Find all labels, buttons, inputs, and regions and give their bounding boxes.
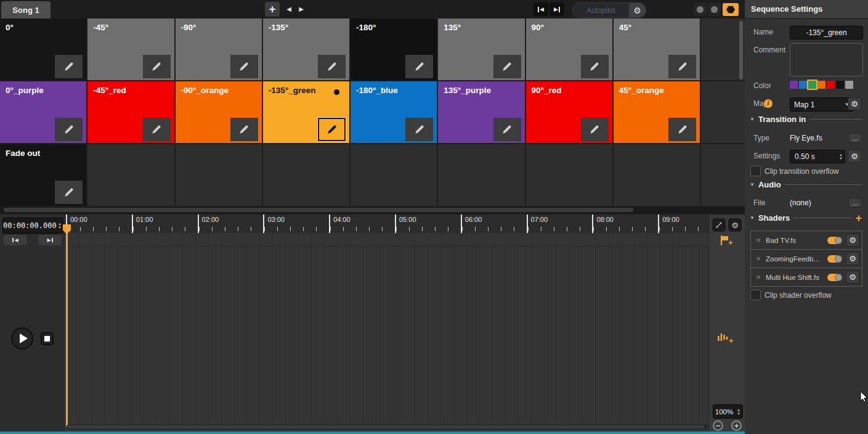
color-swatch[interactable]	[790, 81, 798, 89]
view-toggle-3-button-active[interactable]	[723, 3, 739, 16]
map-dropdown[interactable]: Map 1 ▼	[790, 97, 854, 112]
sequence-cell[interactable]: 0°_purple	[0, 81, 86, 143]
empty-cell[interactable]	[176, 144, 262, 206]
timeline-track-area[interactable]	[65, 233, 708, 425]
transition-duration-spinbox[interactable]: 0.50 s ▲▼	[790, 150, 845, 163]
view-toggle-1-button[interactable]	[694, 3, 707, 16]
color-swatch[interactable]	[845, 81, 853, 89]
view-toggle-2-button[interactable]	[708, 3, 721, 16]
sequence-cell[interactable]: -90°	[176, 18, 262, 80]
empty-cell[interactable]	[614, 144, 700, 206]
timeline-ruler[interactable]: 00:00 01:00 02:00 03:00 04:00 05:00 06:0…	[65, 215, 708, 234]
stop-button[interactable]	[41, 332, 54, 345]
empty-cell[interactable]	[526, 144, 612, 206]
sequence-cell[interactable]: -90°_orange	[176, 81, 262, 143]
remove-shader-icon[interactable]: ×	[751, 235, 766, 245]
map-gear-button[interactable]: ⚙	[848, 97, 861, 110]
sequence-cell[interactable]: 135°	[438, 18, 524, 80]
collapse-triangle-icon[interactable]: ▼	[750, 182, 755, 187]
edit-pencil-button[interactable]	[668, 55, 696, 78]
sequence-cell[interactable]: 135°_purple	[438, 81, 524, 143]
edit-pencil-button[interactable]	[143, 118, 171, 141]
go-to-end-button[interactable]: ▶	[38, 235, 62, 245]
add-sequence-button[interactable]: +	[265, 2, 280, 17]
sequence-cell[interactable]: -180°_blue	[351, 81, 437, 143]
empty-cell[interactable]	[263, 144, 349, 206]
edit-pencil-button[interactable]	[405, 118, 433, 141]
sequence-cell[interactable]: Fade out	[0, 144, 86, 206]
timeline-horizontal-scrollbar[interactable]	[67, 425, 707, 429]
empty-cell[interactable]	[351, 144, 437, 206]
empty-cell[interactable]	[701, 81, 745, 143]
edit-pencil-button[interactable]	[230, 118, 258, 141]
sequence-cell[interactable]: -45°	[87, 18, 174, 80]
autopilot-gear-icon[interactable]: ⚙	[629, 3, 646, 17]
skip-to-start-button[interactable]: ◀	[533, 2, 548, 16]
shader-gear-button[interactable]: ⚙	[846, 234, 859, 247]
empty-cell[interactable]	[701, 144, 745, 206]
scrollbar-thumb[interactable]	[4, 208, 633, 212]
edit-pencil-button[interactable]	[318, 55, 346, 78]
sequence-cell[interactable]: -45°_red	[87, 81, 174, 143]
sequence-cell[interactable]: 90°_red	[526, 81, 612, 143]
go-to-start-button[interactable]: ◀	[4, 235, 27, 245]
empty-cell[interactable]	[438, 144, 524, 206]
remove-shader-icon[interactable]: ×	[751, 254, 766, 263]
color-swatch-selected[interactable]	[808, 81, 816, 89]
shader-gear-button[interactable]: ⚙	[846, 271, 859, 284]
edit-pencil-button[interactable]	[55, 181, 83, 204]
spin-down-icon[interactable]: ▼	[57, 226, 63, 229]
shader-toggle[interactable]	[827, 274, 842, 281]
empty-cell[interactable]	[701, 18, 745, 80]
collapse-triangle-icon[interactable]: ▼	[750, 215, 755, 221]
spin-down-icon[interactable]: ▼	[735, 412, 742, 416]
sequence-cell-active[interactable]: -135°_green	[263, 81, 349, 143]
add-shader-button[interactable]: +	[855, 214, 862, 223]
scrollbar-thumb[interactable]	[67, 425, 705, 428]
sequence-cell[interactable]: -180°	[351, 18, 437, 80]
empty-cell[interactable]	[87, 144, 174, 206]
play-button[interactable]	[11, 327, 33, 350]
zoom-spinner[interactable]: ▲▼	[735, 408, 742, 416]
edit-pencil-button[interactable]	[581, 55, 609, 78]
transition-gear-button[interactable]: ⚙	[848, 150, 861, 163]
sequence-cell[interactable]: 45°	[614, 18, 700, 80]
sequence-cell[interactable]: 45°_orange	[614, 81, 700, 143]
edit-pencil-button[interactable]	[493, 118, 521, 141]
add-cue-flag-icon[interactable]: +	[720, 235, 733, 246]
map-info-icon[interactable]: i	[764, 99, 773, 108]
remove-shader-icon[interactable]: ×	[751, 272, 766, 282]
skip-to-end-button[interactable]: ▶	[550, 2, 564, 16]
clip-transition-overflow-checkbox[interactable]	[750, 166, 761, 176]
transition-section-header[interactable]: ▼ Transition in	[745, 115, 868, 124]
sequence-cell[interactable]: 0°	[0, 18, 86, 80]
timeline-zoom-spinbox[interactable]: 100% ▲▼	[713, 404, 743, 419]
browse-audio-button[interactable]: ...	[848, 198, 862, 208]
sequence-cell[interactable]: -135°	[263, 18, 349, 80]
edit-pencil-button[interactable]	[143, 55, 171, 78]
edit-pencil-button[interactable]	[581, 118, 609, 141]
sequence-cell[interactable]: 90°	[526, 18, 612, 80]
time-display[interactable]: 00:00:00.000 ▲▼	[2, 218, 63, 234]
shader-toggle[interactable]	[827, 237, 842, 244]
time-spinner[interactable]: ▲▼	[57, 222, 63, 229]
add-audio-waveform-icon[interactable]: +	[718, 333, 734, 344]
playhead-line[interactable]	[66, 224, 68, 427]
edit-pencil-button[interactable]	[230, 55, 258, 78]
grid-horizontal-scrollbar[interactable]	[0, 207, 745, 213]
expand-timeline-button[interactable]	[712, 218, 726, 232]
next-arrow-button[interactable]: ▶	[296, 3, 307, 15]
edit-pencil-button[interactable]	[668, 118, 696, 141]
edit-pencil-button[interactable]	[493, 55, 521, 78]
autopilot-dropdown[interactable]: Autopilot ⚙	[572, 2, 646, 18]
color-swatch[interactable]	[799, 81, 807, 89]
edit-pencil-button[interactable]	[55, 118, 83, 141]
zoom-in-button[interactable]: +	[731, 420, 742, 431]
color-swatch[interactable]	[827, 81, 835, 89]
color-swatch[interactable]	[817, 81, 825, 89]
timeline-gear-button[interactable]: ⚙	[728, 218, 742, 232]
name-input[interactable]: -135°_green	[790, 26, 863, 39]
spin-down-icon[interactable]: ▼	[837, 157, 845, 160]
comment-textarea[interactable]	[790, 43, 863, 76]
clip-shader-overflow-checkbox[interactable]	[750, 290, 761, 300]
